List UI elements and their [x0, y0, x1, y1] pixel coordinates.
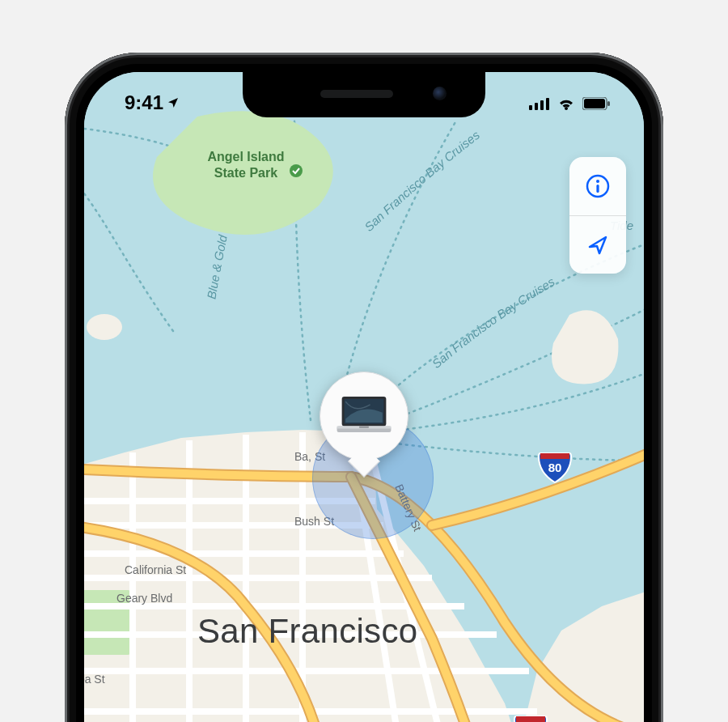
svg-point-19 — [596, 180, 599, 183]
park-label-line2: State Park — [214, 166, 277, 180]
svg-rect-17 — [359, 427, 369, 428]
svg-rect-6 — [607, 101, 610, 106]
phone-frame: 9:41 — [65, 53, 663, 722]
status-bar: 9:41 — [84, 72, 644, 117]
location-arrow-icon — [585, 232, 611, 258]
shield-i80: 80 — [537, 448, 573, 484]
ferry-label-3: San Francisco Bay Cruises — [430, 274, 557, 371]
wifi-icon — [557, 96, 576, 114]
svg-text:80: 80 — [548, 461, 562, 474]
info-icon — [585, 173, 611, 199]
svg-rect-2 — [540, 100, 544, 110]
road-label-lboa: lboa St — [84, 673, 105, 686]
phone-screen: 9:41 — [84, 72, 644, 722]
battery-icon — [582, 97, 610, 113]
macbook-icon — [333, 394, 395, 437]
svg-rect-20 — [596, 185, 599, 193]
park-label-line1: Angel Island — [207, 150, 284, 164]
svg-rect-5 — [584, 99, 605, 108]
svg-point-10 — [290, 164, 303, 177]
status-time: 9:41 — [125, 91, 163, 114]
city-label: San Francisco — [197, 612, 417, 650]
road-label-california: California St — [125, 563, 186, 576]
device-location-pin[interactable] — [320, 372, 408, 461]
ferry-label-2: San Francisco Bay Cruises — [362, 128, 482, 234]
locate-me-button[interactable] — [569, 215, 626, 274]
cellular-signal-icon — [529, 97, 550, 113]
road-label-geary: Geary Blvd — [116, 592, 172, 605]
info-button[interactable] — [569, 157, 626, 215]
map-controls — [569, 157, 626, 274]
svg-rect-0 — [529, 105, 532, 110]
location-services-icon — [167, 91, 180, 114]
svg-rect-3 — [546, 98, 549, 110]
svg-point-7 — [87, 314, 122, 340]
map-canvas[interactable]: Blue & Gold Ferry San Francisco Bay Crui… — [84, 72, 644, 722]
shield-i280: 280 — [513, 711, 548, 722]
svg-rect-1 — [535, 103, 538, 110]
